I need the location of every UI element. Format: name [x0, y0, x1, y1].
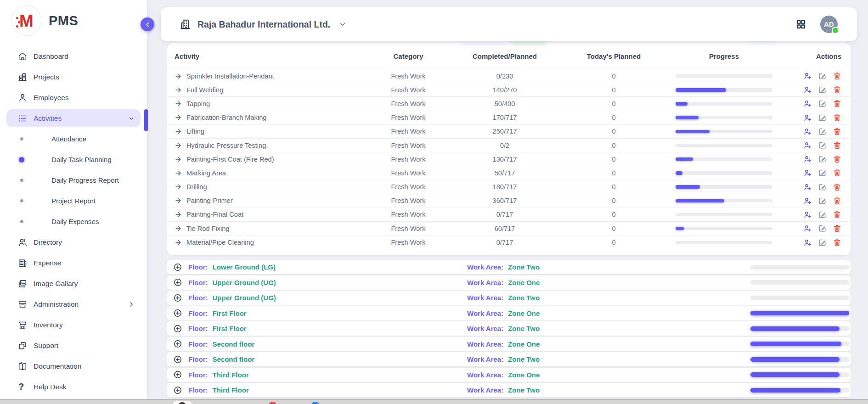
delete-button[interactable]	[833, 127, 841, 136]
sidebar-subitem-daily-task-planning[interactable]: Daily Task Planning	[0, 149, 147, 170]
assign-user-button[interactable]	[803, 99, 812, 108]
sidebar-item-projects[interactable]: Projects	[0, 67, 147, 87]
category-cell: Fresh Work	[360, 86, 457, 94]
delete-button[interactable]	[833, 238, 841, 247]
floor-progress-track	[750, 388, 849, 393]
assign-user-button[interactable]	[803, 183, 812, 191]
company-name: Raja Bahadur International Ltd.	[197, 19, 330, 30]
assign-user-button[interactable]	[803, 238, 812, 247]
assign-user-button[interactable]	[803, 155, 812, 163]
sidebar-item-employees[interactable]: Employees	[0, 87, 147, 108]
apps-grid-icon[interactable]	[795, 19, 806, 30]
expand-plus-button[interactable]	[167, 278, 182, 287]
assign-user-button[interactable]	[803, 113, 812, 122]
arrow-right-icon[interactable]	[175, 86, 182, 94]
delete-button[interactable]	[833, 72, 841, 80]
sidebar-item-activities[interactable]: Activities	[0, 108, 147, 129]
sidebar-subitem-daily-progress-report[interactable]: Daily Progress Report	[0, 170, 147, 191]
completed-planned-cell: 0/2	[457, 142, 553, 149]
expand-plus-button[interactable]	[167, 293, 182, 303]
progress-bar-fill	[676, 88, 726, 92]
edit-button[interactable]	[818, 210, 827, 219]
user-avatar[interactable]: AD	[820, 16, 838, 33]
delete-button[interactable]	[833, 196, 841, 205]
sidebar-item-expense[interactable]: Expense	[0, 252, 147, 273]
edit-button[interactable]	[818, 141, 827, 150]
sidebar-item-image-gallery[interactable]: Image Gallary	[0, 273, 147, 294]
arrow-right-icon[interactable]	[175, 114, 182, 121]
delete-button[interactable]	[833, 224, 841, 233]
arrow-right-icon[interactable]	[175, 183, 182, 191]
delete-button[interactable]	[833, 85, 841, 94]
arrow-right-icon[interactable]	[175, 100, 182, 107]
assign-user-button[interactable]	[803, 210, 812, 219]
arrow-right-icon[interactable]	[175, 73, 182, 80]
table-row: Painting-First Coat (Fire Red) Fresh Wor…	[167, 152, 851, 166]
expand-plus-button[interactable]	[167, 339, 182, 348]
floor-value: Second floor	[213, 355, 255, 363]
delete-button[interactable]	[833, 99, 841, 108]
assign-user-button[interactable]	[803, 224, 812, 233]
assign-user-button[interactable]	[803, 141, 812, 150]
assign-user-button[interactable]	[803, 127, 812, 136]
floor-value: Second floor	[213, 340, 255, 348]
sidebar-item-administration[interactable]: Administration	[0, 294, 147, 314]
arrow-right-icon[interactable]	[175, 156, 182, 163]
edit-button[interactable]	[818, 238, 827, 247]
arrow-right-icon[interactable]	[175, 128, 182, 135]
expand-plus-button[interactable]	[167, 370, 182, 379]
edit-button[interactable]	[818, 183, 827, 191]
edit-button[interactable]	[818, 155, 827, 163]
taskbar-blue-dot-icon[interactable]	[311, 402, 319, 404]
sidebar-subitem-daily-expenses[interactable]: Daily Expenses	[0, 211, 147, 232]
arrow-right-icon[interactable]	[175, 239, 182, 246]
edit-button[interactable]	[818, 127, 827, 136]
edit-button[interactable]	[818, 196, 827, 205]
sidebar-item-inventory[interactable]: Inventory	[0, 314, 147, 335]
sidebar-item-support[interactable]: Support	[0, 335, 147, 356]
sidebar-item-help-desk[interactable]: ? Help Desk	[0, 376, 147, 397]
delete-button[interactable]	[833, 168, 841, 177]
edit-button[interactable]	[818, 99, 827, 108]
floor-label: Floor:	[188, 355, 208, 363]
sidebar-subitem-project-report[interactable]: Project Report	[0, 191, 147, 211]
edit-button[interactable]	[818, 72, 827, 80]
expand-plus-button[interactable]	[167, 309, 182, 318]
delete-button[interactable]	[833, 141, 841, 150]
edit-button[interactable]	[818, 85, 827, 94]
edit-button[interactable]	[818, 168, 827, 177]
floor-row: Floor: Upper Ground (UG) Work Area: Zone…	[167, 291, 851, 305]
sidebar-item-directory[interactable]: Directory	[0, 232, 147, 252]
assign-user-button[interactable]	[803, 72, 812, 80]
edit-button[interactable]	[818, 224, 827, 233]
activity-name: Fabrication-Branch Making	[186, 114, 266, 121]
sidebar-item-documentation[interactable]: Documentation	[0, 356, 147, 376]
actions-cell	[773, 99, 851, 108]
edit-button[interactable]	[818, 113, 827, 122]
floor-progress-track	[750, 311, 849, 315]
arrow-right-icon[interactable]	[175, 225, 182, 232]
arrow-right-icon[interactable]	[175, 169, 182, 177]
delete-button[interactable]	[833, 183, 841, 191]
sidebar-collapse-button[interactable]	[141, 17, 154, 31]
expand-plus-button[interactable]	[167, 355, 182, 364]
assign-user-button[interactable]	[803, 85, 812, 94]
delete-button[interactable]	[833, 155, 841, 163]
assign-user-button[interactable]	[803, 196, 812, 205]
taskbar-red-dot-icon[interactable]	[269, 402, 276, 404]
progress-bar-fill	[676, 227, 684, 230]
assign-user-button[interactable]	[803, 168, 812, 177]
delete-button[interactable]	[833, 113, 841, 122]
expand-plus-button[interactable]	[167, 263, 182, 272]
sidebar-subitem-attendance[interactable]: Attendance	[0, 129, 147, 149]
floor-cell: Floor: Upper Ground (UG)	[188, 294, 467, 302]
sidebar-item-dashboard[interactable]: Dashboard	[0, 46, 147, 67]
company-selector[interactable]: Raja Bahadur International Ltd.	[179, 18, 347, 30]
expand-plus-button[interactable]	[167, 386, 182, 395]
arrow-right-icon[interactable]	[175, 142, 182, 149]
delete-button[interactable]	[833, 210, 841, 219]
arrow-right-icon[interactable]	[175, 211, 182, 218]
expand-plus-button[interactable]	[167, 324, 182, 333]
arrow-right-icon[interactable]	[175, 197, 182, 204]
activity-cell: Tie Rod Fixing	[167, 225, 360, 232]
